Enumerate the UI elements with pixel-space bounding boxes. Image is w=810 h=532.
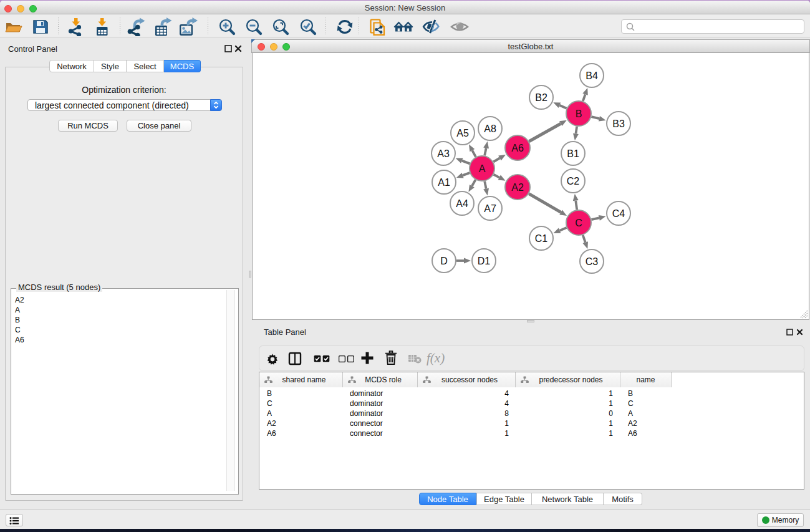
svg-text:A7: A7 (484, 203, 496, 214)
svg-text:C: C (575, 218, 582, 228)
svg-text:A4: A4 (456, 198, 468, 209)
svg-text:C3: C3 (586, 256, 599, 267)
svg-text:C2: C2 (567, 176, 580, 186)
svg-text:D1: D1 (478, 256, 491, 266)
svg-text:D: D (440, 256, 448, 266)
svg-text:A8: A8 (484, 123, 496, 134)
svg-text:A: A (479, 163, 486, 174)
svg-text:A5: A5 (456, 128, 469, 138)
svg-text:B4: B4 (586, 70, 598, 81)
svg-text:A1: A1 (438, 177, 450, 188)
svg-text:C4: C4 (612, 208, 625, 219)
svg-text:A2: A2 (511, 182, 524, 193)
svg-text:B1: B1 (567, 148, 579, 159)
svg-text:C1: C1 (535, 233, 548, 244)
svg-text:B2: B2 (535, 92, 547, 103)
svg-text:A6: A6 (511, 143, 524, 153)
svg-text:A3: A3 (437, 148, 450, 159)
svg-text:B: B (576, 109, 582, 119)
svg-text:B3: B3 (612, 118, 625, 129)
